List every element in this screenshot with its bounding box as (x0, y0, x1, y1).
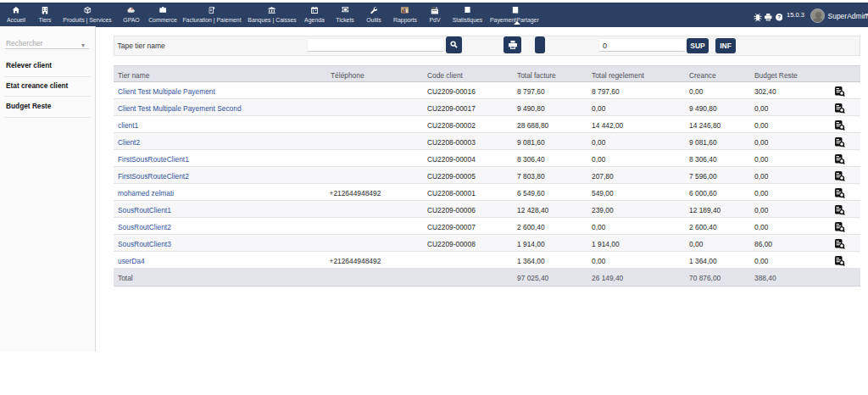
svg-text:?: ? (777, 14, 781, 19)
